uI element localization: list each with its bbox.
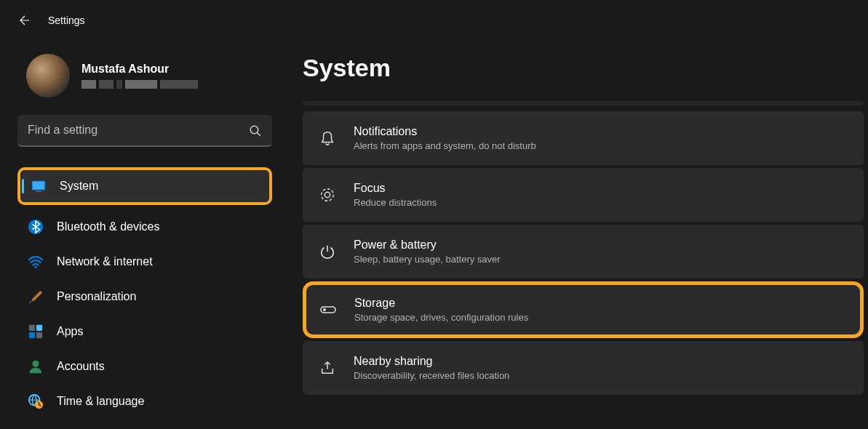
sidebar-item-time-language[interactable]: Time & language: [17, 385, 272, 417]
globe-clock-icon: [28, 393, 44, 409]
svg-point-5: [34, 266, 36, 268]
sidebar-item-label: Bluetooth & devices: [57, 220, 159, 233]
setting-subtitle: Storage space, drives, configuration rul…: [354, 312, 528, 323]
setting-item-focus[interactable]: Focus Reduce distractions: [303, 168, 864, 222]
search-icon: [249, 124, 262, 137]
sidebar-nav: System Bluetooth & devices: [17, 167, 272, 417]
svg-point-13: [322, 189, 334, 201]
sidebar-item-label: System: [60, 180, 98, 193]
setting-subtitle: Sleep, battery usage, battery saver: [354, 254, 501, 265]
setting-title: Nearby sharing: [354, 355, 509, 368]
svg-point-14: [324, 192, 330, 197]
sidebar-item-accounts[interactable]: Accounts: [17, 350, 272, 382]
power-icon: [319, 243, 336, 260]
svg-rect-7: [36, 325, 42, 331]
svg-point-10: [32, 361, 39, 367]
search-wrapper: [17, 115, 272, 147]
back-button[interactable]: [17, 13, 32, 28]
drive-icon: [319, 301, 337, 318]
sidebar-item-apps[interactable]: Apps: [17, 316, 272, 348]
profile-name: Mustafa Ashour: [81, 63, 198, 76]
monitor-icon: [31, 178, 47, 194]
setting-title: Power & battery: [354, 238, 501, 252]
sidebar: Mustafa Ashour: [0, 41, 284, 417]
svg-rect-6: [29, 325, 35, 331]
setting-subtitle: Alerts from apps and system, do not dist…: [354, 140, 536, 151]
setting-item-storage[interactable]: Storage Storage space, drives, configura…: [303, 281, 864, 338]
bell-icon: [319, 129, 336, 147]
svg-rect-2: [33, 182, 45, 190]
wifi-icon: [28, 254, 44, 270]
setting-item-notifications[interactable]: Notifications Alerts from apps and syste…: [303, 111, 864, 165]
svg-point-0: [250, 126, 258, 134]
app-title: Settings: [48, 15, 85, 26]
sidebar-item-label: Accounts: [57, 360, 105, 373]
setting-title: Storage: [354, 297, 528, 310]
svg-rect-3: [36, 191, 41, 192]
profile-email-redacted: [81, 80, 198, 89]
sidebar-item-label: Network & internet: [57, 255, 153, 268]
avatar: [26, 54, 70, 97]
person-icon: [28, 358, 44, 374]
setting-subtitle: Discoverability, received files location: [354, 370, 509, 381]
svg-point-16: [324, 309, 325, 310]
setting-item-power[interactable]: Power & battery Sleep, battery usage, ba…: [303, 225, 864, 278]
list-divider: [303, 101, 864, 105]
sidebar-item-system[interactable]: System: [20, 170, 269, 202]
page-title: System: [303, 54, 864, 82]
main-content: System Notifications Alerts from apps an…: [284, 41, 868, 417]
profile-section[interactable]: Mustafa Ashour: [17, 41, 272, 115]
setting-title: Focus: [354, 182, 437, 195]
search-input[interactable]: [17, 115, 272, 147]
sidebar-item-personalization[interactable]: Personalization: [17, 281, 272, 313]
svg-rect-9: [36, 332, 42, 338]
setting-item-nearby-sharing[interactable]: Nearby sharing Discoverability, received…: [303, 341, 864, 395]
share-icon: [319, 359, 336, 377]
sidebar-item-label: Time & language: [57, 395, 144, 408]
sidebar-item-network[interactable]: Network & internet: [17, 246, 272, 278]
sidebar-item-label: Personalization: [57, 290, 136, 303]
sidebar-item-label: Apps: [57, 325, 83, 338]
setting-subtitle: Reduce distractions: [354, 197, 437, 208]
setting-title: Notifications: [354, 125, 536, 138]
apps-icon: [28, 324, 44, 340]
svg-rect-8: [29, 332, 35, 338]
paintbrush-icon: [28, 289, 44, 305]
bluetooth-icon: [28, 219, 44, 235]
target-icon: [319, 186, 336, 204]
sidebar-item-bluetooth[interactable]: Bluetooth & devices: [17, 211, 272, 243]
